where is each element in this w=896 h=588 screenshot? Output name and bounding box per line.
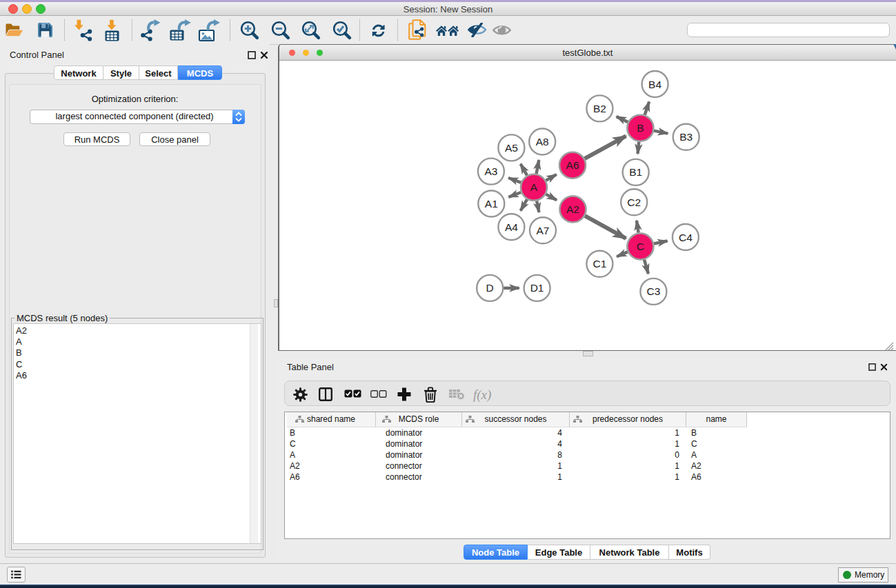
svg-text:C1: C1 [593, 258, 606, 270]
svg-text:A7: A7 [537, 225, 550, 236]
svg-text:C3: C3 [646, 285, 660, 297]
svg-text:B4: B4 [648, 79, 661, 90]
svg-text:A6: A6 [566, 159, 579, 171]
svg-text:A4: A4 [505, 221, 518, 233]
svg-text:C: C [637, 241, 644, 252]
svg-text:A5: A5 [505, 142, 518, 154]
svg-text:B: B [637, 122, 644, 134]
svg-text:A1: A1 [485, 198, 498, 210]
svg-text:B1: B1 [629, 166, 642, 178]
svg-text:A3: A3 [484, 165, 497, 177]
svg-text:C2: C2 [627, 196, 641, 208]
svg-text:D1: D1 [530, 282, 544, 294]
svg-text:A2: A2 [566, 203, 579, 215]
svg-text:A8: A8 [536, 136, 549, 148]
svg-text:D: D [486, 282, 494, 294]
svg-text:B3: B3 [679, 131, 693, 143]
svg-text:C4: C4 [679, 232, 693, 243]
svg-text:A: A [530, 181, 538, 193]
svg-text:B2: B2 [593, 103, 606, 114]
